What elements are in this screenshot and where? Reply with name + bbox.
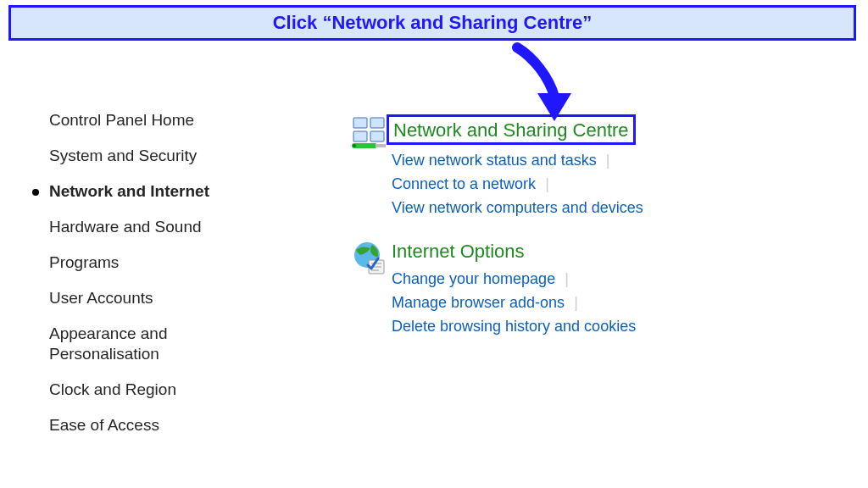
arrow-icon — [509, 41, 576, 121]
svg-rect-4 — [370, 131, 384, 141]
category-sidebar: Control Panel Home System and Security N… — [49, 110, 270, 451]
separator: | — [545, 175, 549, 192]
link-connect-network[interactable]: Connect to a network — [392, 175, 536, 192]
svg-rect-2 — [370, 118, 384, 128]
link-internet-options[interactable]: Internet Options — [392, 240, 525, 263]
link-network-sharing-centre[interactable]: Network and Sharing Centre — [393, 119, 629, 142]
svg-point-6 — [353, 144, 356, 147]
separator: | — [565, 270, 569, 287]
sidebar-item-control-panel-home[interactable]: Control Panel Home — [49, 110, 270, 130]
link-delete-history[interactable]: Delete browsing history and cookies — [392, 318, 636, 335]
sidebar-item-network-internet[interactable]: Network and Internet — [49, 181, 270, 202]
link-manage-addons[interactable]: Manage browser add-ons — [392, 294, 565, 311]
sidebar-item-clock-region[interactable]: Clock and Region — [49, 380, 270, 400]
link-change-homepage[interactable]: Change your homepage — [392, 270, 555, 287]
separator: | — [574, 294, 578, 311]
sidebar-item-appearance[interactable]: Appearance and Personalisation — [49, 324, 270, 364]
network-sub-links: View network status and tasks | Connect … — [392, 148, 822, 219]
svg-rect-3 — [353, 131, 367, 141]
sidebar-item-hardware-sound[interactable]: Hardware and Sound — [49, 217, 270, 237]
sidebar-item-ease-of-access[interactable]: Ease of Access — [49, 415, 270, 435]
svg-rect-1 — [353, 118, 367, 128]
group-internet-options: Internet Options Change your homepage | … — [348, 240, 822, 338]
instruction-banner: Click “Network and Sharing Centre” — [8, 5, 856, 41]
svg-rect-7 — [376, 144, 386, 147]
link-view-network-status[interactable]: View network status and tasks — [392, 152, 597, 169]
instruction-text: Click “Network and Sharing Centre” — [273, 12, 593, 34]
sidebar-item-system-security[interactable]: System and Security — [49, 146, 270, 166]
network-sharing-icon — [350, 114, 389, 153]
group-network-sharing: Network and Sharing Centre View network … — [348, 114, 822, 219]
sidebar-item-programs[interactable]: Programs — [49, 252, 270, 273]
sidebar-item-user-accounts[interactable]: User Accounts — [49, 288, 270, 308]
link-view-network-computers[interactable]: View network computers and devices — [392, 199, 643, 216]
content-pane: Network and Sharing Centre View network … — [348, 114, 822, 358]
internet-sub-links: Change your homepage | Manage browser ad… — [392, 267, 822, 338]
internet-options-icon — [350, 240, 389, 279]
network-sharing-highlight: Network and Sharing Centre — [387, 114, 636, 145]
separator: | — [606, 152, 610, 169]
